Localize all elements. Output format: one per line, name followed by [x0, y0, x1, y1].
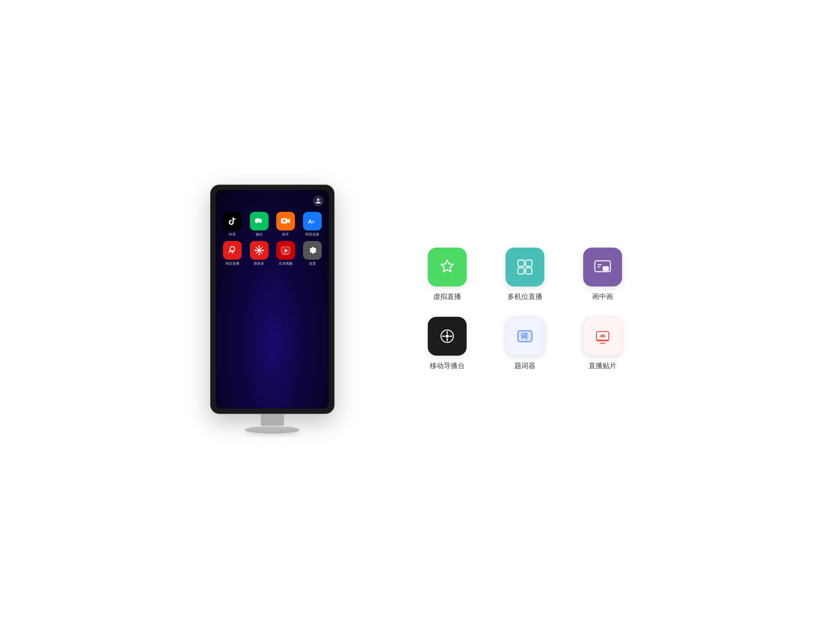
svg-rect-12: [282, 254, 289, 255]
app-item-jingdong[interactable]: 京东视频: [274, 241, 297, 266]
svg-rect-16: [526, 268, 532, 274]
monitor-stand-base: [245, 426, 300, 433]
feature-item-virtual-broadcast[interactable]: 虚拟直播: [420, 248, 474, 301]
features-grid: 虚拟直播 多机位直播 画中画: [420, 248, 630, 370]
monitor-screen: 抖音 微信: [216, 190, 329, 409]
feature-item-live-sticker[interactable]: 直播贴片: [575, 317, 630, 370]
svg-text:li: li: [312, 220, 314, 224]
app-icon-taobao: [223, 241, 242, 260]
device-wrapper: 抖音 微信: [210, 185, 335, 433]
app-label-douyin: 抖音: [229, 232, 236, 237]
svg-point-10: [262, 250, 264, 251]
app-label-jingdong: 京东视频: [279, 261, 293, 266]
app-item-kuaishou[interactable]: 快手: [274, 212, 297, 237]
monitor: 抖音 微信: [210, 185, 335, 414]
app-item-douyin[interactable]: 抖音: [221, 212, 244, 237]
feature-label-mobile-broadcast: 移动导播台: [430, 361, 465, 370]
svg-text:A: A: [308, 218, 312, 225]
svg-point-26: [602, 337, 603, 338]
app-item-pinduoduo[interactable]: 拼多多: [248, 241, 271, 266]
app-label-kuaishou: 快手: [282, 232, 289, 237]
app-item-wechat[interactable]: 微信: [248, 212, 271, 237]
app-label-pinduoduo: 拼多多: [254, 261, 264, 266]
feature-icon-mobile-broadcast: [428, 317, 467, 356]
feature-item-multi-camera[interactable]: 多机位直播: [498, 248, 552, 301]
feature-icon-teleprompter: 词: [505, 317, 544, 356]
app-icon-douyin: [223, 212, 242, 230]
svg-point-4: [230, 246, 235, 251]
svg-point-9: [254, 250, 256, 251]
monitor-stand-neck: [261, 414, 284, 426]
svg-point-8: [258, 254, 260, 255]
profile-icon[interactable]: [313, 196, 324, 206]
svg-point-6: [258, 249, 260, 251]
app-label-settings: 设置: [309, 261, 316, 266]
app-item-alibaba[interactable]: A li 阿里卖家: [301, 212, 324, 237]
feature-label-teleprompter: 题词器: [514, 361, 535, 370]
svg-rect-14: [526, 260, 532, 266]
app-icon-settings: [303, 241, 322, 260]
app-grid: 抖音 微信: [221, 212, 324, 266]
app-icon-kuaishou: [276, 212, 295, 230]
svg-rect-13: [518, 260, 524, 266]
app-label-wechat: 微信: [256, 232, 263, 237]
app-item-taobao[interactable]: 淘宝直播: [221, 241, 244, 266]
feature-label-virtual-broadcast: 虚拟直播: [433, 292, 461, 301]
feature-icon-live-sticker: [583, 317, 622, 356]
feature-item-teleprompter[interactable]: 词 题词器: [498, 317, 552, 370]
svg-rect-15: [518, 268, 524, 274]
app-icon-jingdong: [276, 241, 295, 260]
app-icon-wechat: [250, 212, 268, 230]
feature-label-live-sticker: 直播贴片: [589, 361, 617, 370]
feature-icon-virtual-broadcast: [428, 248, 467, 286]
app-item-settings[interactable]: 设置: [301, 241, 324, 266]
feature-icon-pip: [583, 248, 622, 286]
feature-label-pip: 画中画: [592, 292, 613, 301]
svg-point-20: [446, 335, 449, 338]
feature-item-mobile-broadcast[interactable]: 移动导播台: [420, 317, 474, 370]
app-label-taobao: 淘宝直播: [225, 261, 239, 266]
main-container: 抖音 微信: [0, 0, 840, 618]
svg-text:词: 词: [521, 332, 528, 340]
svg-point-7: [258, 246, 260, 247]
app-icon-pinduoduo: [250, 241, 268, 260]
feature-item-pip[interactable]: 画中画: [575, 248, 630, 301]
feature-label-multi-camera: 多机位直播: [507, 292, 542, 301]
app-label-alibaba: 阿里卖家: [305, 232, 319, 237]
app-icon-alibaba: A li: [303, 212, 322, 230]
feature-icon-multi-camera: [505, 248, 544, 286]
svg-rect-18: [603, 266, 609, 271]
